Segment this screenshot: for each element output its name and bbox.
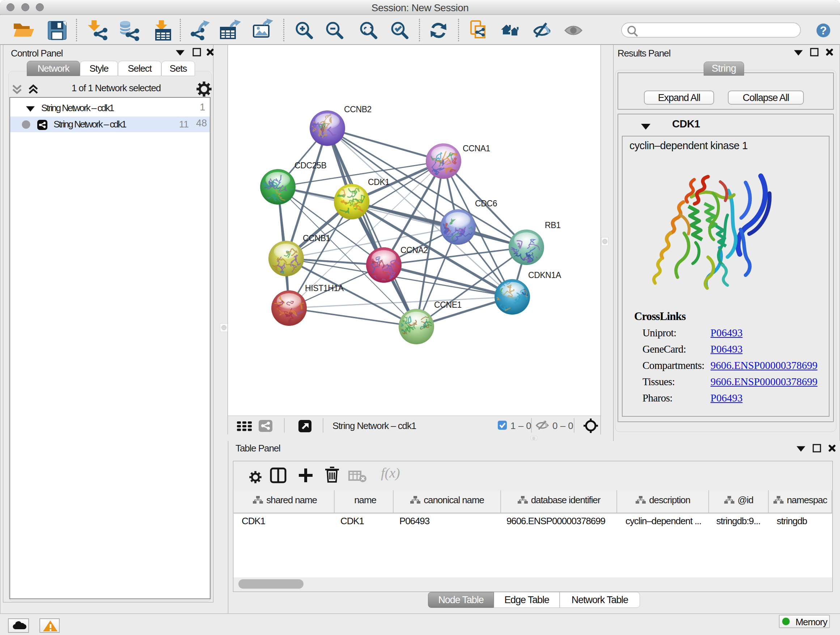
svg-text:CDC6: CDC6 xyxy=(475,199,497,208)
svg-text:CCNB2: CCNB2 xyxy=(344,105,371,114)
svg-text:CCNA2: CCNA2 xyxy=(401,245,428,255)
svg-text:HIST1H1A: HIST1H1A xyxy=(305,283,344,293)
svg-text:CCNE1: CCNE1 xyxy=(434,300,462,310)
svg-text:RB1: RB1 xyxy=(545,220,561,230)
svg-text:CCNA1: CCNA1 xyxy=(463,144,490,153)
svg-text:CDC25B: CDC25B xyxy=(294,161,326,170)
svg-text:CDK1: CDK1 xyxy=(368,177,390,187)
svg-text:?: ? xyxy=(820,24,827,37)
svg-text:CDKN1A: CDKN1A xyxy=(528,271,561,280)
svg-text:CCNB1: CCNB1 xyxy=(303,233,330,243)
